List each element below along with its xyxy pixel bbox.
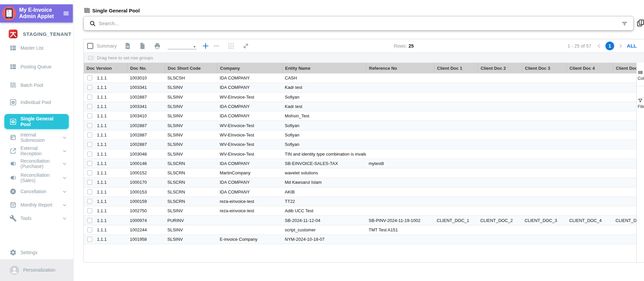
row-checkbox[interactable] [87, 161, 92, 166]
row-checkbox[interactable] [87, 170, 92, 175]
column-header[interactable]: Entity Name [282, 63, 366, 73]
column-header[interactable]: Doc Short Code [165, 63, 217, 73]
row-group-drop-zone[interactable]: Drag here to set row groups [84, 52, 644, 63]
row-checkbox[interactable] [87, 189, 92, 194]
sidebar-item-cancellation[interactable]: Cancellation [0, 185, 74, 198]
sidebar-item-single-general-pool[interactable]: Single General Pool [4, 114, 69, 129]
table-row[interactable]: 1.1.11002750SLSINVreza-einvoice-testAdib… [84, 206, 636, 216]
tenant-row[interactable]: STAGING_TENANT [0, 28, 74, 40]
table-cell: SLSCRN [165, 187, 217, 196]
row-checkbox[interactable] [87, 142, 92, 147]
column-header[interactable]: Client Doc 1 [434, 63, 478, 73]
table-row[interactable]: 1.1.11000974PURINVSB-2024-11-12-04SB-PIN… [84, 216, 636, 225]
sidebar-item-internal-submission[interactable]: Internal Submission [0, 131, 74, 144]
app-title-line2: Admin Applet [19, 13, 63, 20]
duplicate-view-icon[interactable]: 2 [636, 19, 644, 27]
print-icon[interactable] [154, 42, 161, 50]
table-row[interactable]: 1.1.11000159SLSCRNreza-einvoice-testTT22 [84, 197, 636, 206]
row-checkbox[interactable] [87, 152, 92, 157]
table-row[interactable]: 1.1.11003048SLSINVWV-EInvoice-TestTIN an… [84, 149, 636, 159]
table-cell: IDA COMPANY [217, 111, 282, 120]
summary-checkbox[interactable] [87, 43, 93, 49]
export-file-icon[interactable] [124, 42, 131, 50]
table-cell: Kadr test [282, 102, 366, 111]
remove-icon[interactable] [213, 42, 220, 50]
table-row[interactable]: 1.1.11002244SLSINVscript_customerTMT Tes… [84, 225, 636, 235]
row-checkbox[interactable] [87, 237, 92, 242]
column-header[interactable]: Company [217, 63, 282, 73]
sidebar-item-posting-queue[interactable]: Posting Queue [0, 60, 74, 73]
blank-file-icon[interactable] [139, 42, 146, 50]
add-icon[interactable] [202, 42, 209, 50]
table-cell: SLSINV [165, 83, 217, 92]
table-row[interactable]: 1.1.11001958SLSINVE-invoice CompanyNYM-2… [84, 235, 636, 244]
row-checkbox[interactable] [87, 218, 92, 223]
chevron-left-icon[interactable] [596, 43, 602, 49]
column-header[interactable]: Client Doc 5 [613, 63, 636, 73]
table-cell: SLSCSH [165, 73, 217, 82]
column-header[interactable]: Doc No. [127, 63, 165, 73]
filter-list-icon[interactable] [621, 20, 628, 27]
table-cell [366, 206, 434, 215]
sidebar-item-reconciliation-sales[interactable]: Reconciliation (Sales) [0, 171, 74, 184]
chevron-right-icon[interactable] [618, 43, 624, 49]
row-checkbox[interactable] [87, 104, 92, 109]
row-checkbox[interactable] [87, 85, 92, 90]
table-cell [522, 111, 567, 120]
table-row[interactable]: 1.1.11002887SLSINVWV-EInvoice-TestSofiya… [84, 121, 636, 130]
expand-icon[interactable] [242, 42, 250, 50]
table-cell: SB-2024-11-12-04 [282, 216, 366, 225]
column-header[interactable]: Doc Version [84, 63, 127, 73]
row-checkbox[interactable] [87, 132, 92, 137]
hamburger-menu-icon[interactable] [63, 10, 69, 17]
table-row[interactable]: 1.1.11000170SLSCRNIDA COMPANYMd Kawsarul… [84, 178, 636, 187]
sidebar-item-label: Batch Pool [20, 82, 43, 88]
sidebar-item-tools[interactable]: Tools [0, 212, 74, 225]
row-checkbox[interactable] [87, 95, 92, 100]
table-cell [567, 178, 613, 187]
table-row[interactable]: 1.1.11002887SLSINVWV-EInvoice-TestSofiya… [84, 140, 636, 149]
sidebar-item-label: Internal Submission [20, 132, 60, 143]
table-row[interactable]: 1.1.11003410SLSINVIDA COMPANYMohsin_Test [84, 111, 636, 121]
row-checkbox[interactable] [87, 199, 92, 204]
column-header[interactable]: Client Doc 2 [478, 63, 522, 73]
column-header[interactable]: Client Doc 3 [522, 63, 567, 73]
view-select-dropdown[interactable] [168, 43, 197, 49]
filters-panel-tab[interactable]: Filters [637, 96, 644, 111]
table-row[interactable]: 1.1.11002887SLSINVWV-EInvoice-TestSofiya… [84, 93, 636, 102]
table-row[interactable]: 1.1.11000146SLSCRNIDA COMPANYSB-EINVOICE… [84, 159, 636, 168]
row-checkbox[interactable] [87, 180, 92, 185]
sidebar-item-master-list[interactable]: Master List [0, 41, 74, 55]
row-checkbox[interactable] [87, 123, 92, 128]
cell-text: 1.1.1 [97, 218, 107, 223]
all-pages-button[interactable]: ALL [627, 43, 637, 49]
current-page-button[interactable]: 1 [605, 42, 614, 50]
sidebar-item-personalization[interactable]: Personalization [0, 259, 74, 281]
row-checkbox[interactable] [87, 75, 92, 80]
table-row[interactable]: 1.1.11003341SLSINVIDA COMPANYKadr test [84, 102, 636, 111]
table-cell: reza-einvoice-test [217, 206, 282, 215]
sidebar-item-settings[interactable]: Settings [0, 246, 74, 259]
table-cell: WV-EInvoice-Test [217, 140, 282, 149]
table-row[interactable]: 1.1.11003010SLSCSHIDA COMPANYCASH [84, 73, 636, 83]
row-checkbox[interactable] [87, 208, 92, 213]
sidebar-item-monthly-report[interactable]: Monthly Report [0, 198, 74, 212]
table-row[interactable]: 1.1.11000152SLSCRNMartinCompanywavelet s… [84, 168, 636, 178]
columns-panel-tab[interactable]: Columns [637, 68, 644, 86]
search-input[interactable] [99, 20, 621, 26]
sidebar-item-reconciliation-purchase[interactable]: Reconciliation (Purchase) [0, 157, 74, 170]
table-row[interactable]: 1.1.11002887SLSINVWV-EInvoice-TestSofiya… [84, 130, 636, 140]
row-checkbox[interactable] [87, 113, 92, 118]
table-row[interactable]: 1.1.11003341SLSINVIDA COMPANYKadr test [84, 83, 636, 92]
sidebar-item-individual-pool[interactable]: Individual Pool [0, 96, 74, 109]
column-header[interactable]: Client Doc 4 [567, 63, 613, 73]
table-cell: CLIENT_DOC_1 [434, 216, 478, 225]
column-header[interactable]: Reference No [366, 63, 434, 73]
sidebar-item-batch-pool[interactable]: Batch Pool [0, 78, 74, 92]
sidebar-item-external-reception[interactable]: External Reception [0, 144, 74, 158]
table-row[interactable]: 1.1.11000153SLSCRNIDA COMPANYAKIB [84, 187, 636, 197]
row-checkbox[interactable] [87, 227, 92, 232]
table-cell: 1.1.1 [84, 111, 127, 120]
search-bar [84, 16, 634, 31]
dots-grid-icon[interactable] [227, 42, 235, 50]
